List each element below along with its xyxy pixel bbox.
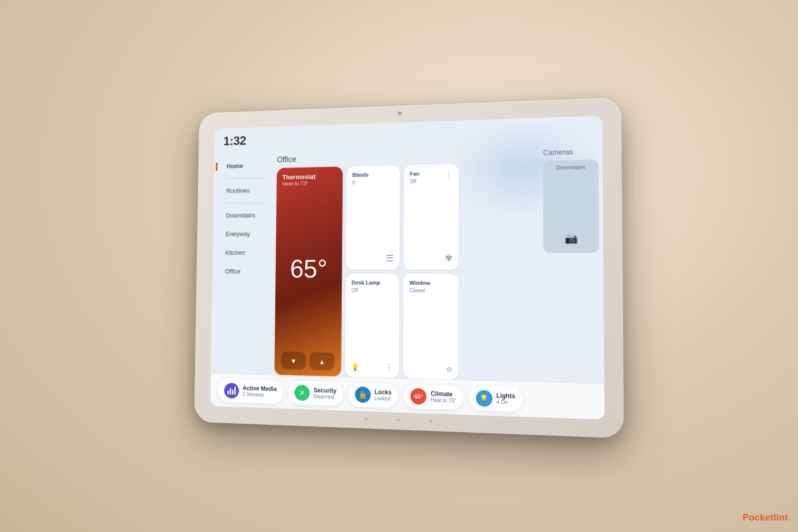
locks-text: Locks Locked <box>375 388 392 401</box>
lights-text: Lights 4 On <box>496 392 515 405</box>
sidebar-item-entryway[interactable]: Entryway <box>216 225 269 242</box>
cameras-title: Cameras <box>543 147 598 156</box>
thermostat-title: Thermostat <box>282 172 337 180</box>
locks-pill[interactable]: 🔒 Locks Locked <box>348 382 399 407</box>
blinds-icon: ☰ <box>386 253 394 264</box>
sidebar-divider-2 <box>222 202 263 203</box>
dot-right <box>429 420 432 422</box>
thermostat-down-button[interactable]: ▾ <box>281 351 306 369</box>
window-icon-area: ⊖ <box>409 364 452 373</box>
thermostat-subtitle: Heat to 73° <box>282 179 337 186</box>
climate-icon: 65° <box>410 387 426 404</box>
window-title: Window <box>409 280 453 286</box>
sidebar-item-office[interactable]: Office <box>216 263 268 280</box>
main-layout: Home Routines Downstairs Entryway Kitche… <box>211 142 604 383</box>
sidebar-divider <box>223 177 264 178</box>
fan-tile[interactable]: Fan Off ⋮ ✾ <box>403 164 459 270</box>
fan-icon-area: ✾ <box>409 252 452 263</box>
thermostat-current-temp: 65° <box>281 254 337 283</box>
clock: 1:32 <box>223 133 246 149</box>
active-media-label: Active Media <box>242 384 277 392</box>
screen: 1:32 Home Routines Downstairs Entryway <box>210 115 604 419</box>
blinds-tile[interactable]: Blinds 0 ☰ <box>346 165 400 270</box>
fan-more-icon[interactable]: ⋮ <box>444 170 452 179</box>
desk-lamp-title: Desk Lamp <box>352 279 394 285</box>
tablet-bottom-dots <box>365 418 432 423</box>
camera-feed-label: Downstairs <box>556 164 585 171</box>
climate-label: Climate <box>430 390 456 398</box>
blinds-icon-area: ☰ <box>352 253 394 264</box>
window-tile[interactable]: Window Closed ⊖ <box>403 274 459 379</box>
lights-label: Lights <box>496 392 515 400</box>
fan-value: Off <box>410 178 419 184</box>
active-media-icon <box>224 382 239 398</box>
lights-icon: 💡 <box>476 389 492 406</box>
lamp-icon: 💡 <box>351 362 359 370</box>
tiles-grid: Thermostat Heat to 73° 65° ▾ ▴ Blinds <box>271 162 534 381</box>
lamp-more-icon[interactable]: ⋮ <box>385 362 393 372</box>
camera-icon: 📷 <box>564 232 578 244</box>
security-text: Security Disarmed <box>314 386 337 399</box>
blinds-title: Blinds <box>352 171 394 178</box>
active-media-pill[interactable]: Active Media 2 Streams <box>217 378 283 403</box>
watermark: Pocketlint <box>743 513 788 523</box>
dot-left <box>365 418 368 420</box>
fan-icon: ✾ <box>445 252 452 263</box>
sidebar-item-home[interactable]: Home <box>217 157 270 175</box>
climate-text: Climate Heat to 73° <box>430 390 456 403</box>
camera-feed[interactable]: Downstairs 📷 <box>543 159 599 252</box>
security-pill[interactable]: ✕ Security Disarmed <box>288 380 343 405</box>
desk-lamp-tile[interactable]: Desk Lamp Off 💡 ⋮ <box>345 273 399 378</box>
locks-icon: 🔒 <box>355 386 371 402</box>
active-media-text: Active Media 2 Streams <box>242 384 277 398</box>
lights-pill[interactable]: 💡 Lights 4 On <box>468 385 523 411</box>
locks-label: Locks <box>375 388 392 396</box>
sidebar: Home Routines Downstairs Entryway Kitche… <box>211 151 274 374</box>
tablet-device: 1:32 Home Routines Downstairs Entryway <box>194 97 624 438</box>
thermostat-tile[interactable]: Thermostat Heat to 73° 65° ▾ ▴ <box>274 167 343 376</box>
window-value: Closed <box>409 288 453 294</box>
climate-pill[interactable]: 65° Climate Heat to 73° <box>403 383 463 410</box>
window-icon: ⊖ <box>446 365 452 373</box>
camera-icon-area: 📷 <box>548 227 595 248</box>
locks-sub: Locked <box>375 395 392 401</box>
blinds-value: 0 <box>352 179 394 185</box>
sidebar-item-downstairs[interactable]: Downstairs <box>217 206 269 224</box>
sidebar-item-routines[interactable]: Routines <box>217 181 269 199</box>
content-area: Office Thermostat Heat to 73° 65° ▾ ▴ <box>271 144 540 382</box>
dot-center <box>397 419 399 421</box>
lights-sub: 4 On <box>496 399 515 405</box>
security-sub: Disarmed <box>314 393 337 399</box>
thermostat-up-button[interactable]: ▴ <box>309 352 334 370</box>
watermark-accent: Pocket <box>743 513 774 523</box>
security-icon: ✕ <box>295 384 310 401</box>
fan-title: Fan <box>410 171 419 177</box>
climate-sub: Heat to 73° <box>430 397 456 403</box>
camera-panel: Cameras Downstairs 📷 <box>539 142 604 383</box>
desk-lamp-value: Off <box>352 287 394 293</box>
sidebar-item-kitchen[interactable]: Kitchen <box>216 244 268 261</box>
thermostat-controls: ▾ ▴ <box>280 351 336 370</box>
security-label: Security <box>314 386 337 394</box>
